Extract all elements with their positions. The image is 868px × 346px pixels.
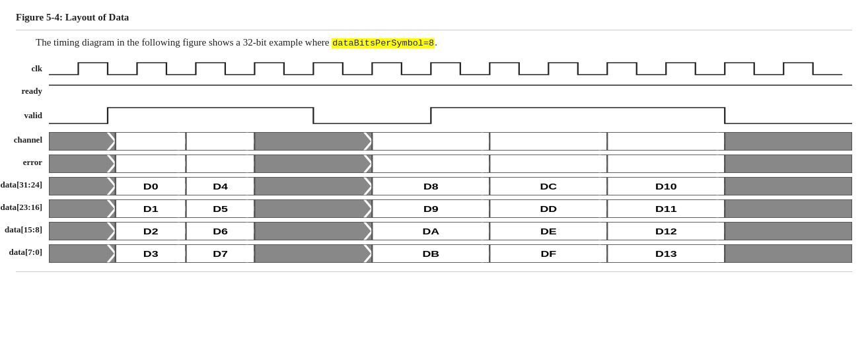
- data23-label: data[23:16]: [0, 202, 49, 213]
- svg-text:DF: DF: [540, 249, 556, 258]
- description-text: The timing diagram in the following figu…: [36, 37, 852, 48]
- top-divider: [16, 30, 852, 30]
- data31-row: data[31:24] D0 D4: [49, 174, 852, 196]
- figure-title: Figure 5-4: Layout of Data: [16, 12, 852, 23]
- error-label: error: [0, 157, 49, 168]
- svg-rect-21: [725, 132, 852, 151]
- svg-text:D9: D9: [423, 204, 439, 213]
- svg-rect-45: [725, 155, 852, 173]
- svg-rect-36: [372, 155, 489, 173]
- data31-label: data[31:24]: [0, 180, 49, 190]
- svg-text:D0: D0: [143, 182, 159, 190]
- clk-signal: [49, 57, 852, 80]
- data23-row: data[23:16] D1 D5 D9: [49, 196, 852, 219]
- description-prefix: The timing diagram in the following figu…: [36, 37, 332, 48]
- svg-text:DC: DC: [540, 182, 557, 190]
- svg-text:D6: D6: [213, 226, 228, 235]
- channel-row: channel: [49, 129, 852, 151]
- svg-text:D3: D3: [143, 249, 159, 258]
- svg-text:D1: D1: [143, 204, 159, 213]
- svg-rect-33: [254, 155, 372, 173]
- svg-text:D2: D2: [143, 226, 159, 235]
- svg-text:D13: D13: [655, 249, 677, 258]
- ready-label: ready: [0, 86, 49, 96]
- valid-label: valid: [0, 110, 49, 121]
- svg-rect-146: [254, 244, 372, 263]
- ready-row: ready: [49, 80, 852, 102]
- ready-signal: [49, 80, 852, 102]
- data7-row: data[7:0] D3 D7 DB: [49, 241, 852, 263]
- svg-rect-117: [254, 222, 372, 240]
- svg-rect-77: [49, 199, 116, 218]
- svg-rect-74: [725, 177, 852, 195]
- svg-text:DE: DE: [540, 226, 557, 235]
- svg-text:D11: D11: [655, 204, 677, 213]
- svg-rect-9: [254, 132, 372, 151]
- svg-rect-48: [49, 177, 116, 195]
- svg-rect-27: [116, 155, 186, 173]
- svg-rect-3: [116, 132, 186, 151]
- svg-rect-6: [186, 132, 255, 151]
- svg-rect-39: [489, 155, 607, 173]
- svg-rect-30: [186, 155, 255, 173]
- clk-label: clk: [0, 63, 49, 74]
- svg-text:D12: D12: [655, 226, 677, 235]
- svg-rect-161: [725, 244, 852, 263]
- svg-rect-88: [254, 199, 372, 218]
- svg-rect-59: [254, 177, 372, 195]
- svg-text:DD: DD: [540, 204, 557, 213]
- svg-rect-132: [725, 222, 852, 240]
- svg-rect-103: [725, 199, 852, 218]
- svg-text:D10: D10: [655, 182, 677, 190]
- svg-rect-12: [372, 132, 489, 151]
- svg-text:D7: D7: [213, 249, 228, 258]
- svg-text:D8: D8: [423, 182, 439, 190]
- svg-rect-15: [489, 132, 607, 151]
- data15-row: data[15:8] D2 D6 DA: [49, 219, 852, 241]
- code-highlight: dataBitsPerSymbol=8: [332, 38, 435, 48]
- svg-rect-42: [607, 155, 725, 173]
- clk-row: clk: [49, 57, 852, 80]
- svg-rect-24: [49, 155, 116, 173]
- svg-rect-0: [49, 132, 116, 151]
- error-row: error: [49, 151, 852, 174]
- svg-rect-106: [49, 222, 116, 240]
- data7-label: data[7:0]: [0, 247, 49, 258]
- svg-text:D4: D4: [213, 182, 228, 190]
- valid-signal: [49, 102, 852, 129]
- svg-rect-18: [607, 132, 725, 151]
- svg-rect-135: [49, 244, 116, 263]
- svg-text:DB: DB: [422, 249, 439, 258]
- data15-label: data[15:8]: [0, 225, 49, 235]
- svg-text:DA: DA: [422, 226, 439, 235]
- bottom-divider: [16, 271, 852, 272]
- svg-text:D5: D5: [213, 204, 228, 213]
- channel-label: channel: [0, 135, 49, 145]
- valid-row: valid: [49, 102, 852, 129]
- description-suffix: .: [435, 37, 437, 48]
